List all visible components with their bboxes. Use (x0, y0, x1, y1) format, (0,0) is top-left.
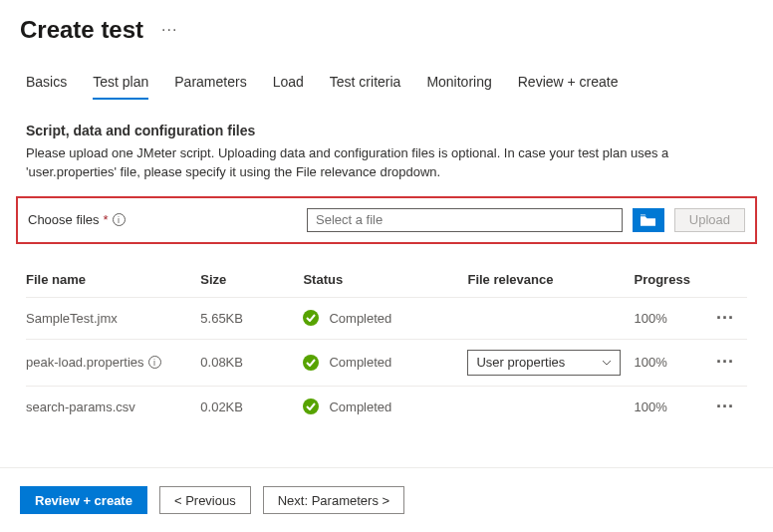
check-icon (303, 399, 319, 414)
page-title: Create test (20, 16, 143, 44)
info-icon[interactable]: i (113, 213, 126, 226)
folder-icon (641, 214, 655, 226)
footer-actions: Review + create < Previous Next: Paramet… (0, 467, 773, 514)
file-name: SampleTest.jmx (26, 311, 118, 326)
col-header-name: File name (26, 272, 200, 298)
table-row: SampleTest.jmx 5.65KB Completed 100% ··· (26, 297, 747, 339)
col-header-status: Status (303, 272, 467, 298)
tab-monitoring[interactable]: Monitoring (426, 74, 491, 100)
section-title: Script, data and configuration files (26, 123, 747, 138)
progress-text: 100% (635, 386, 717, 427)
file-size: 0.02KB (200, 386, 303, 427)
col-header-relevance: File relevance (467, 272, 634, 298)
more-actions-icon[interactable]: ··· (161, 21, 177, 39)
file-select-input[interactable] (307, 208, 623, 232)
choose-files-label: Choose files * i (28, 212, 297, 227)
row-more-icon[interactable]: ··· (716, 308, 734, 328)
tab-basics[interactable]: Basics (26, 74, 67, 100)
tab-load[interactable]: Load (273, 74, 304, 100)
table-row: search-params.csv 0.02KB Completed 100% … (26, 386, 747, 427)
table-row: peak-load.propertiesi 0.08KB Completed U… (26, 339, 747, 386)
file-size: 0.08KB (200, 339, 303, 386)
dropdown-selected: User properties (476, 355, 565, 370)
row-more-icon[interactable]: ··· (716, 397, 734, 416)
review-create-button[interactable]: Review + create (20, 486, 147, 514)
tab-parameters[interactable]: Parameters (174, 74, 246, 100)
required-asterisk: * (104, 212, 109, 227)
tab-test-criteria[interactable]: Test criteria (330, 74, 401, 100)
file-name: search-params.csv (26, 399, 135, 414)
browse-folder-button[interactable] (633, 208, 664, 232)
progress-text: 100% (635, 339, 717, 386)
check-icon (303, 355, 319, 371)
tab-test-plan[interactable]: Test plan (93, 74, 148, 100)
col-header-size: Size (200, 272, 303, 298)
choose-files-highlight: Choose files * i Upload (16, 196, 757, 244)
check-icon (303, 310, 319, 326)
col-header-progress: Progress (635, 272, 717, 298)
progress-text: 100% (635, 297, 717, 339)
status-text: Completed (329, 311, 391, 326)
row-more-icon[interactable]: ··· (716, 352, 734, 372)
upload-button[interactable]: Upload (674, 208, 745, 232)
status-text: Completed (329, 399, 391, 414)
status-text: Completed (329, 355, 391, 370)
info-icon[interactable]: i (148, 356, 161, 369)
file-relevance-dropdown[interactable]: User properties (467, 350, 621, 376)
previous-button[interactable]: < Previous (159, 486, 251, 514)
file-name: peak-load.properties (26, 355, 144, 370)
chevron-down-icon (602, 360, 612, 366)
tab-bar: Basics Test plan Parameters Load Test cr… (0, 48, 773, 101)
files-table: File name Size Status File relevance Pro… (26, 272, 747, 427)
tab-review-create[interactable]: Review + create (518, 74, 619, 100)
section-description: Please upload one JMeter script. Uploadi… (26, 144, 747, 182)
next-button[interactable]: Next: Parameters > (263, 486, 404, 514)
file-size: 5.65KB (200, 297, 303, 339)
